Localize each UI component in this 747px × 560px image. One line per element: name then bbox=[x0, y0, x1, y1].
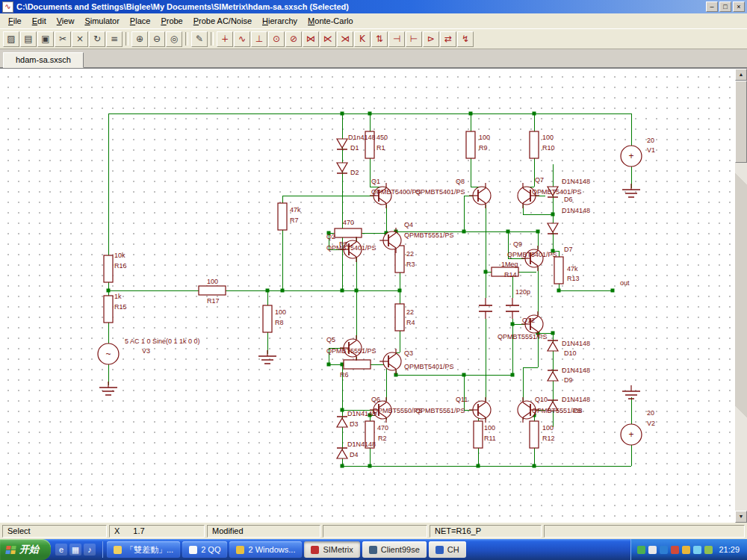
part-label[interactable]: R17 bbox=[207, 297, 220, 305]
part-label[interactable]: 47k bbox=[290, 206, 301, 214]
part-label[interactable]: 100 bbox=[484, 424, 495, 432]
print-button[interactable]: ≡ bbox=[106, 31, 123, 47]
tray-icon-5[interactable] bbox=[682, 546, 690, 554]
part-label[interactable]: R15 bbox=[114, 303, 127, 311]
delete-button[interactable]: × bbox=[72, 31, 88, 47]
place-capacitor-button[interactable]: ⊢ bbox=[406, 31, 422, 47]
resistor-R3[interactable] bbox=[395, 246, 404, 273]
tab-hdam-sa-sxsch[interactable]: hdam-sa.sxsch bbox=[3, 52, 84, 68]
part-label[interactable]: D6 bbox=[564, 196, 573, 203]
ie-quicklaunch-icon[interactable]: e bbox=[55, 544, 67, 556]
part-label[interactable]: Q3 bbox=[404, 349, 413, 357]
part-label[interactable]: D1n4148 bbox=[348, 134, 376, 141]
part-label[interactable]: D1N4148 bbox=[562, 340, 590, 347]
menu-probe-ac-noise[interactable]: Probe AC/Noise bbox=[188, 14, 257, 28]
place-resistor-button[interactable]: ⊣ bbox=[388, 31, 405, 47]
part-label[interactable]: Q7 bbox=[535, 176, 544, 184]
resistor-R7[interactable] bbox=[278, 203, 287, 230]
part-label[interactable]: Q2 bbox=[326, 233, 335, 240]
schematic-svg[interactable]: ++~D1n4148D1450R1100R9100R1020V1D2Q1QPMB… bbox=[0, 69, 735, 526]
part-label[interactable]: 470 bbox=[377, 424, 388, 432]
resistor-R11[interactable] bbox=[474, 421, 483, 448]
part-label[interactable]: D10 bbox=[564, 349, 577, 357]
ground-symbol[interactable] bbox=[99, 382, 117, 395]
transistor-Q7[interactable] bbox=[518, 183, 539, 208]
source-V3[interactable]: ~ bbox=[98, 343, 119, 364]
part-label[interactable]: QPMBT5401/PS bbox=[404, 363, 454, 370]
place-isource-button[interactable]: ⊘ bbox=[285, 31, 302, 47]
place-npn-button[interactable]: ⋉ bbox=[320, 31, 336, 47]
diode-D10[interactable] bbox=[548, 340, 558, 351]
media-player-icon[interactable]: ♪ bbox=[84, 544, 96, 556]
scroll-thumb[interactable] bbox=[735, 81, 747, 163]
part-label[interactable]: D2 bbox=[350, 169, 359, 176]
part-label[interactable]: R12 bbox=[542, 435, 555, 442]
part-label[interactable]: 100 bbox=[207, 278, 218, 285]
part-label[interactable]: V3 bbox=[142, 347, 150, 355]
diode-D9[interactable] bbox=[548, 370, 558, 381]
menu-place[interactable]: Place bbox=[125, 14, 156, 28]
place-ground-button[interactable]: ⊥ bbox=[251, 31, 267, 47]
ground-symbol[interactable] bbox=[622, 184, 640, 197]
menu-simulator[interactable]: Simulator bbox=[79, 14, 124, 28]
menu-hierarchy[interactable]: Hierarchy bbox=[257, 14, 303, 28]
place-crystal-button[interactable]: ⇄ bbox=[440, 31, 456, 47]
part-label[interactable]: R14 bbox=[504, 271, 517, 279]
part-label[interactable]: D1N4148 bbox=[562, 207, 590, 214]
zoom-fit-button[interactable]: ◎ bbox=[166, 31, 182, 47]
place-transformer-button[interactable]: ↯ bbox=[457, 31, 474, 47]
start-button[interactable]: 开始 bbox=[0, 539, 51, 560]
resistor-R10[interactable] bbox=[530, 131, 539, 158]
place-vsource-button[interactable]: ⊙ bbox=[268, 31, 285, 47]
part-label[interactable]: QPMBT5401/PS bbox=[507, 251, 557, 258]
part-label[interactable]: R3 bbox=[406, 261, 415, 268]
part-label[interactable]: Q5 bbox=[326, 336, 335, 343]
place-pmos-button[interactable]: ⇅ bbox=[371, 31, 388, 47]
part-label[interactable]: 20 bbox=[647, 409, 654, 417]
part-label[interactable]: D1 bbox=[350, 144, 359, 152]
transistor-Q9[interactable] bbox=[521, 246, 543, 271]
close-button[interactable]: × bbox=[733, 1, 745, 12]
part-label[interactable]: QPMBT5551/PS bbox=[498, 333, 548, 340]
part-label[interactable]: D1N4148 bbox=[347, 410, 376, 417]
part-label[interactable]: 100 bbox=[542, 134, 554, 141]
part-label[interactable]: Q12 bbox=[522, 317, 535, 324]
ground-symbol[interactable] bbox=[258, 350, 276, 364]
place-diode-button[interactable]: ⋈ bbox=[303, 31, 319, 47]
place-probe-button[interactable]: ∔ bbox=[217, 31, 233, 47]
resistor-R4[interactable] bbox=[395, 304, 404, 331]
part-label[interactable]: QPMBT5401/PS bbox=[326, 244, 376, 252]
capacitor[interactable] bbox=[479, 298, 492, 319]
part-label[interactable]: R16 bbox=[114, 262, 127, 270]
diode-D2[interactable] bbox=[337, 163, 347, 173]
part-label[interactable]: D1N4148 bbox=[562, 367, 590, 374]
ground-symbol[interactable] bbox=[622, 385, 640, 399]
resistor-R12[interactable] bbox=[530, 421, 539, 448]
part-label[interactable]: R6 bbox=[340, 371, 349, 379]
capacitor[interactable] bbox=[506, 298, 519, 319]
part-label[interactable]: D1N4148 bbox=[347, 441, 376, 448]
part-label[interactable]: QPMBT5401/PS bbox=[415, 188, 465, 196]
part-label[interactable]: D1N4148 bbox=[562, 178, 590, 185]
tray-icon-3[interactable] bbox=[660, 546, 668, 554]
part-label[interactable]: D8 bbox=[574, 407, 583, 414]
show-desktop-icon[interactable]: ▦ bbox=[69, 544, 81, 556]
part-label[interactable]: Q1 bbox=[371, 178, 380, 185]
scroll-down-button[interactable]: ▼ bbox=[735, 511, 747, 523]
part-label[interactable]: 450 bbox=[376, 134, 388, 141]
taskbar-button-ch[interactable]: CH bbox=[429, 541, 466, 558]
part-label[interactable]: R4 bbox=[406, 319, 415, 326]
part-label[interactable]: D9 bbox=[564, 376, 573, 384]
place-inductor-button[interactable]: ∿ bbox=[234, 31, 250, 47]
diode-D1[interactable] bbox=[337, 139, 347, 149]
titlebar[interactable]: ∿ C:\Documents and Settings\Biglee\My Do… bbox=[0, 0, 747, 13]
zoom-out-button[interactable]: ⊖ bbox=[149, 31, 165, 47]
diode-D4[interactable] bbox=[337, 448, 347, 458]
part-label[interactable]: 1Meg bbox=[501, 261, 518, 268]
part-label[interactable]: 22 bbox=[406, 308, 414, 316]
diode-D3[interactable] bbox=[337, 417, 347, 427]
part-label[interactable]: V2 bbox=[647, 420, 655, 427]
part-label[interactable]: D1N4148 bbox=[562, 396, 590, 403]
taskbar-button-client99se[interactable]: Client99se bbox=[362, 541, 427, 558]
tray-icon-4[interactable] bbox=[671, 546, 679, 554]
